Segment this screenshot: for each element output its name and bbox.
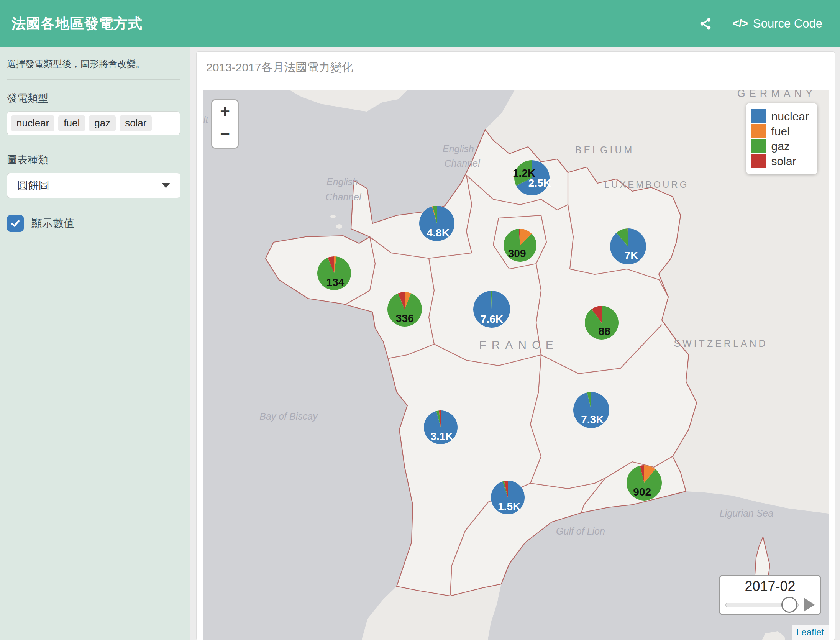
share-icon[interactable] <box>699 17 712 30</box>
play-button[interactable] <box>804 598 815 612</box>
region-pie-chart[interactable]: 309 <box>504 229 536 262</box>
region-pie-chart[interactable]: 7.6K <box>473 291 510 328</box>
country-label: GERMANY <box>737 90 817 99</box>
app-title: 法國各地區發電方式 <box>11 14 143 33</box>
time-slider-handle[interactable] <box>781 597 797 613</box>
water-label: English <box>326 176 358 187</box>
legend-label: fuel <box>771 125 790 138</box>
sidebar: 選擇發電類型後，圖形將會改變。 發電類型 nuclearfuelgazsolar… <box>0 47 190 640</box>
app-header: 法國各地區發電方式 </> Source Code <box>0 0 840 47</box>
legend-swatch <box>751 139 766 153</box>
time-label: 2017-02 <box>745 578 795 594</box>
legend-swatch <box>751 109 766 123</box>
leaflet-map[interactable]: GERMANYBELGIUMLUXEMBOURGSWITZERLANDFRANC… <box>203 90 829 640</box>
time-slider[interactable] <box>725 603 799 607</box>
legend-swatch <box>751 124 766 138</box>
water-label: Channel <box>444 158 481 169</box>
region-pie-chart[interactable]: 336 <box>387 292 422 327</box>
chart-type-select[interactable]: 圓餅圖 <box>7 173 180 198</box>
power-type-tag[interactable]: solar <box>120 115 152 131</box>
region-pie-chart[interactable]: 4.8K <box>419 206 454 241</box>
legend-item: fuel <box>751 124 809 138</box>
legend-label: solar <box>771 155 796 168</box>
source-code-label: Source Code <box>753 17 822 31</box>
pie-value-label: 309 <box>508 248 526 259</box>
power-type-tag[interactable]: gaz <box>89 115 116 131</box>
pie-value-label: 1.5K <box>498 501 520 512</box>
legend-label: gaz <box>771 140 790 153</box>
pie-value-label: 7.3K <box>581 414 604 425</box>
chart-type-label: 圖表種類 <box>7 153 180 167</box>
legend-item: solar <box>751 154 809 168</box>
country-label: LUXEMBOURG <box>604 179 689 190</box>
water-label: lt <box>203 114 209 125</box>
time-slider-row <box>720 598 820 612</box>
zoom-in-button[interactable]: + <box>212 100 238 124</box>
pie-value-label: 1.2K <box>513 167 535 179</box>
channel-island <box>330 215 336 218</box>
pie-value-label: 7K <box>625 249 638 261</box>
legend-label: nuclear <box>771 110 809 123</box>
country-label: SWITZERLAND <box>674 338 768 349</box>
water-label: Ligurian Sea <box>720 508 773 519</box>
map-attribution: Leaflet <box>792 625 829 640</box>
water-label: English <box>443 143 474 154</box>
country-label: BELGIUM <box>575 144 635 155</box>
region-pie-chart[interactable]: 88 <box>585 306 619 340</box>
power-type-tag[interactable]: nuclear <box>11 115 54 131</box>
power-type-label: 發電類型 <box>7 91 180 105</box>
pie-value-label: 134 <box>326 276 345 288</box>
chart-type-value: 圓餅圖 <box>17 178 49 193</box>
time-control: 2017-02 <box>719 575 821 615</box>
chevron-down-icon <box>162 183 170 188</box>
pie-value-label: 336 <box>396 312 414 324</box>
main-area: 2013-2017各月法國電力變化 <box>190 47 840 640</box>
leaflet-link[interactable]: Leaflet <box>796 627 824 637</box>
power-type-input[interactable]: nuclearfuelgazsolar <box>7 111 180 135</box>
legend-item: gaz <box>751 139 809 153</box>
sidebar-divider <box>7 79 180 80</box>
code-icon: </> <box>733 17 748 30</box>
show-values-label: 顯示數值 <box>31 216 74 231</box>
pie-value-label: 7.6K <box>481 313 503 325</box>
power-type-tag[interactable]: fuel <box>58 115 85 131</box>
region-pie-chart[interactable]: 902 <box>627 465 662 501</box>
map-legend: nuclearfuelgazsolar <box>746 103 817 174</box>
water-label: Gulf of Lion <box>556 526 605 537</box>
pie-value-label: 4.8K <box>427 227 450 239</box>
region-pie-chart[interactable]: 3.1K <box>424 410 458 444</box>
region-pie-chart[interactable]: 134 <box>317 256 351 290</box>
pie-value-label: 88 <box>599 325 610 337</box>
show-values-checkbox[interactable]: 顯示數值 <box>7 215 180 232</box>
checkbox-checked-icon <box>7 215 24 232</box>
legend-swatch <box>751 154 766 168</box>
zoom-out-button[interactable]: − <box>212 124 238 148</box>
country-label: FRANCE <box>479 338 558 351</box>
water-label: Bay of Biscay <box>259 411 318 422</box>
water-label: Channel <box>325 192 362 202</box>
pie-value-label: 902 <box>633 486 651 498</box>
zoom-control: + − <box>211 99 239 149</box>
sidebar-instruction: 選擇發電類型後，圖形將會改變。 <box>7 58 180 70</box>
source-code-link[interactable]: </> Source Code <box>733 17 822 31</box>
map-card: 2013-2017各月法國電力變化 <box>196 51 835 640</box>
header-actions: </> Source Code <box>699 17 822 31</box>
pie-value-label: 3.1K <box>430 430 453 442</box>
channel-island <box>336 224 342 229</box>
panel-title: 2013-2017各月法國電力變化 <box>197 52 835 84</box>
map-tiles: GERMANYBELGIUMLUXEMBOURGSWITZERLANDFRANC… <box>203 90 829 640</box>
legend-item: nuclear <box>751 109 809 123</box>
